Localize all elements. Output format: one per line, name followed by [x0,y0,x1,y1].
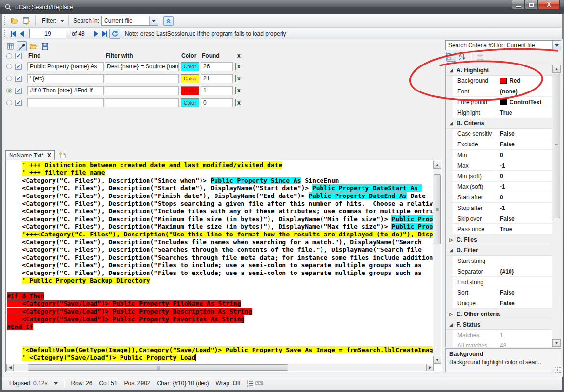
prop-category-e-other-criteria[interactable]: ▷E. Other criteria [446,309,552,319]
row-checkbox[interactable]: ✓ [15,100,22,106]
property-value[interactable]: {#10} [497,268,514,275]
prop-category-d-filter[interactable]: ◢D. Filter [446,245,552,256]
grid-view-button[interactable] [5,41,15,51]
filter-input[interactable] [105,86,179,95]
header-checkbox[interactable]: ✓ [15,53,22,59]
find-input[interactable]: #If 0 Then {etc+} #End If [27,86,104,95]
elapsed-dropdown-icon[interactable] [54,382,58,385]
search-in-combobox[interactable]: Current file [101,16,158,26]
position-input[interactable]: 19 [29,29,66,38]
collapse-icon[interactable]: ◢ [446,322,457,327]
property-value[interactable]: False [497,131,515,137]
find-input[interactable]: ' {etc} [27,74,104,83]
property-value[interactable]: 0 [497,194,503,201]
search-criteria-combobox[interactable]: Search Criteria #3 for: Current file [445,40,561,50]
property-value[interactable]: -1 [497,183,505,190]
delete-row-button[interactable]: x [235,87,241,94]
scroll-down-button[interactable]: ▼ [552,339,561,347]
prop-category-a-highlight[interactable]: ◢A. Highlight [446,65,552,76]
collapse-icon[interactable]: ◢ [446,121,457,126]
vertical-scroll-thumb[interactable]: ☰ [434,174,441,244]
save-criteria-button[interactable] [40,41,50,51]
property-value[interactable]: 48 [497,342,506,348]
property-value[interactable]: True [497,109,512,116]
property-pages-button[interactable] [475,52,485,62]
row-checkbox[interactable]: ✓ [15,64,22,70]
property-value[interactable]: Red [497,78,521,84]
scroll-left-button[interactable]: ◀ [6,364,14,371]
collapse-icon[interactable]: ◢ [446,248,457,253]
tab-noname-txt[interactable]: NoName.Txt* X [5,150,55,160]
ruler-icon[interactable] [255,380,263,387]
toolbar-grip[interactable] [4,29,6,37]
editor-horizontal-scrollbar[interactable]: ◀ ||| ▶ [6,364,434,371]
scroll-right-button[interactable]: ▶ [426,364,434,371]
color-button[interactable]: Color [181,98,199,107]
horizontal-scroll-thumb[interactable]: ||| [28,364,288,371]
scroll-up-button[interactable]: ▲ [433,161,441,169]
row-radio[interactable] [6,64,12,69]
resize-grip[interactable] [555,367,561,374]
move-first-button[interactable] [11,31,16,37]
alphabetical-sort-button[interactable]: A Z [457,52,467,62]
row-checkbox[interactable]: ✓ [15,88,22,94]
find-input[interactable] [27,98,104,107]
row-radio[interactable] [6,76,12,81]
found-input[interactable]: 21 [201,74,233,83]
found-input[interactable]: 1 [201,86,233,95]
property-value[interactable]: False [497,300,515,307]
property-value[interactable]: (none) [497,88,518,95]
color-button[interactable]: Color [181,62,199,71]
editor-vertical-scrollbar[interactable]: ▲ ☰ ▼ [433,161,441,364]
property-value[interactable]: 1 [497,332,503,339]
combo-dropdown-button[interactable] [149,16,158,25]
open-button[interactable] [9,15,21,26]
title-bar[interactable]: uCalc Search/Replace X [0,0,564,14]
property-value[interactable]: True [497,226,512,233]
prop-category-b-criteria[interactable]: ◢B. Criteria [446,118,552,129]
new-file-icon[interactable] [59,152,67,159]
close-button[interactable]: X [538,0,560,10]
property-value[interactable]: -1 [497,162,505,169]
filter-input[interactable] [105,74,179,83]
move-last-button[interactable] [102,31,107,37]
tab-close-icon[interactable]: X [47,152,51,159]
row-radio[interactable] [6,100,12,105]
text-editor[interactable]: ' +++ Distinction between created date a… [5,160,442,372]
row-checkbox[interactable]: ✓ [15,76,22,82]
scroll-down-button[interactable]: ▼ [433,356,441,364]
filter-dropdown-button[interactable]: Filter: [38,16,66,26]
expand-icon[interactable]: ▷ [446,312,457,316]
move-next-button[interactable] [94,31,98,37]
code-editor-content[interactable]: ' +++ Distinction between created date a… [7,161,433,364]
delete-row-button[interactable]: x [235,75,241,82]
scroll-up-button[interactable]: ▲ [552,65,561,73]
prop-category-c-files[interactable]: ▷C. Files [446,235,552,245]
collapse-icon[interactable]: ◢ [446,68,457,73]
move-previous-button[interactable] [20,31,24,37]
combo-dropdown-button[interactable] [552,41,561,50]
find-input[interactable]: Public Property {name} As [27,62,104,71]
color-button[interactable]: Color [181,86,199,95]
minimize-button[interactable] [512,0,525,10]
highlighter-mode-button[interactable] [17,41,27,51]
filter-input[interactable] [105,98,179,107]
expand-icon[interactable]: ▷ [446,237,457,242]
vertical-scroll-thumb[interactable]: ☰ [553,74,560,218]
color-button[interactable]: Color [181,74,199,83]
open-criteria-button[interactable] [28,41,38,51]
property-value[interactable]: 0 [497,152,503,158]
found-input[interactable]: 0 [201,98,233,107]
property-value[interactable]: False [497,289,515,296]
header-radio[interactable] [6,53,12,59]
prop-category-f-status[interactable]: ◢F. Status [446,319,552,330]
numbered-list-icon[interactable]: 1 2 3 [247,380,254,387]
delete-row-button[interactable]: x [235,99,241,106]
properties-button[interactable] [21,15,33,26]
toolbar-grip[interactable] [4,16,6,26]
categorized-view-button[interactable]: + + [446,52,456,62]
row-radio[interactable] [6,88,12,93]
property-value[interactable]: ControlText [497,99,541,105]
delete-row-button[interactable]: x [235,63,241,70]
found-input[interactable]: 26 [201,62,233,71]
